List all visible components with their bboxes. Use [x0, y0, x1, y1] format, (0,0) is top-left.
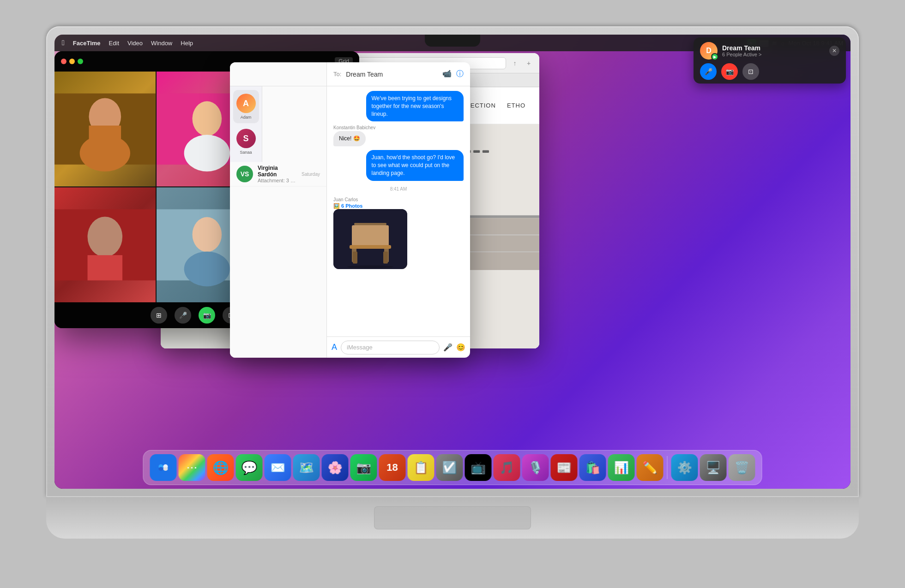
msg-bubble-2: Nice! 🤩: [333, 131, 366, 146]
messages-body: We've been trying to get designs togethe…: [327, 86, 470, 336]
sidebar-item-adam[interactable]: A Adam: [233, 90, 259, 123]
shareplay-notification: D ▶ Dream Team 6 People Active > ✕ 🎤 📷 ⊡: [694, 37, 846, 84]
shareplay-controls: 🎤 📷 ⊡: [700, 63, 839, 80]
avatar-icon: D: [706, 47, 712, 55]
messages-icon: 💬: [241, 460, 257, 475]
maps-icon: 🗺️: [299, 461, 314, 475]
conv-name-1: Virginia Sardón: [258, 165, 297, 178]
svg-rect-47: [350, 245, 391, 249]
dock-photos[interactable]: 🌸: [322, 454, 349, 481]
conv-time-1: Saturday: [302, 172, 320, 177]
trash-icon: 🗑️: [735, 461, 749, 475]
conversations-header: [230, 62, 326, 86]
dock-pages[interactable]: ✏️: [637, 454, 664, 481]
msg-bubble-3: Juan, how'd the shoot go? I'd love to se…: [366, 150, 464, 180]
dock-appstore[interactable]: 🛍️: [579, 454, 606, 481]
msg-row-2: Konstantin Babichev Nice! 🤩: [333, 125, 464, 146]
dock-messages[interactable]: 💬: [236, 454, 263, 481]
dock-news[interactable]: 📰: [551, 454, 578, 481]
menu-window[interactable]: Window: [151, 40, 172, 47]
dock-maps[interactable]: 🗺️: [293, 454, 320, 481]
calendar-icon: 18: [386, 462, 398, 474]
safari-icon: 🌐: [212, 460, 229, 475]
dock-launchpad[interactable]: ⋯: [179, 454, 205, 481]
svg-rect-11: [483, 150, 489, 153]
svg-rect-46: [383, 252, 388, 264]
svg-point-53: [163, 467, 168, 471]
photos-icon: 🌸: [328, 461, 343, 475]
dock-tv[interactable]: 📺: [465, 454, 492, 481]
messages-recipient: Dream Team: [346, 71, 383, 78]
mute-button[interactable]: 🎤: [175, 307, 191, 324]
dock-notes[interactable]: 📋: [408, 454, 434, 481]
screen-content:  FaceTime Edit Video Window Help ▶ ▓▓ ≋…: [54, 35, 851, 489]
message-input[interactable]: iMessage: [341, 341, 440, 354]
chair-image: [333, 209, 407, 269]
dock-system-prefs[interactable]: ⚙️: [671, 454, 698, 481]
info-icon[interactable]: ⓘ: [456, 69, 464, 79]
conv-info-1: Virginia Sardón Attachment: 3 Images: [258, 165, 297, 183]
sidebar-item-sanaa[interactable]: S Sanaa: [233, 125, 259, 158]
trackpad[interactable]: [374, 506, 531, 529]
dock-reminders[interactable]: ☑️: [436, 454, 463, 481]
shareplay-top: D ▶ Dream Team 6 People Active > ✕: [700, 42, 839, 60]
podcasts-icon: 🎙️: [528, 461, 543, 475]
dock-safari[interactable]: 🌐: [207, 454, 234, 481]
share-button[interactable]: ↑: [510, 58, 520, 68]
photos-count: 6 Photos: [341, 203, 362, 209]
dock-calendar[interactable]: 18: [379, 454, 406, 481]
menu-help[interactable]: Help: [181, 40, 193, 47]
messages-window: A Adam S Sanaa VS: [230, 62, 470, 358]
list-item-1[interactable]: VS Virginia Sardón Attachment: 3 Images …: [230, 162, 326, 186]
news-icon: 📰: [557, 461, 572, 475]
sidebar-name-adam: Adam: [241, 115, 252, 120]
msg-time-1: 8:41 AM: [333, 186, 464, 192]
conversations-area: A Adam S Sanaa VS: [230, 62, 327, 358]
facetime-icon: 📷: [356, 461, 371, 475]
ft-minimize-dot[interactable]: [69, 59, 75, 64]
dock-facetime[interactable]: 📷: [350, 454, 377, 481]
messages-header-icons: 📹 ⓘ: [442, 69, 464, 79]
add-tab-button[interactable]: +: [524, 58, 534, 68]
dock-trash[interactable]: 🗑️: [729, 454, 755, 481]
shareplay-mic-button[interactable]: 🎤: [700, 63, 717, 80]
dock-podcasts[interactable]: 🎙️: [522, 454, 549, 481]
apps-icon[interactable]: A: [332, 342, 337, 352]
ft-maximize-dot[interactable]: [78, 59, 83, 64]
grid-view-button[interactable]: ⊞: [151, 307, 167, 324]
svg-point-48: [347, 265, 393, 268]
menu-edit[interactable]: Edit: [109, 40, 119, 47]
shareplay-screen-button[interactable]: ⊡: [742, 63, 759, 80]
svg-point-52: [159, 467, 163, 471]
menu-video[interactable]: Video: [127, 40, 143, 47]
conv-avatar-1: VS: [236, 166, 253, 182]
nav-etho[interactable]: ETHO: [507, 102, 525, 109]
photo-icon: 🖼️: [333, 203, 340, 209]
dock-finder[interactable]: [150, 454, 177, 481]
svg-point-49: [155, 459, 172, 476]
camera-button[interactable]: 📷: [199, 307, 215, 324]
shareplay-close-button[interactable]: ✕: [829, 46, 839, 56]
dock-numbers[interactable]: 📊: [608, 454, 635, 481]
ft-close-dot[interactable]: [61, 59, 66, 64]
shareplay-name: Dream Team: [722, 44, 825, 52]
participant-tile-4: [54, 187, 156, 302]
screen-bezel:  FaceTime Edit Video Window Help ▶ ▓▓ ≋…: [54, 35, 851, 489]
svg-rect-10: [473, 150, 480, 153]
msg-sender-photos: Juan Carlos: [333, 197, 358, 202]
emoji-icon[interactable]: 😊: [456, 343, 465, 352]
avatar-adam: A: [236, 94, 256, 113]
dock-mail[interactable]: ✉️: [265, 454, 291, 481]
messages-input-bar: A iMessage 🎤 😊: [327, 336, 470, 358]
video-call-icon[interactable]: 📹: [442, 69, 452, 79]
dock-music[interactable]: 🎵: [494, 454, 520, 481]
shareplay-video-button[interactable]: 📷: [721, 63, 738, 80]
msg-row-photos: Juan Carlos 🖼️ 6 Photos: [333, 197, 464, 269]
audio-icon[interactable]: 🎤: [443, 343, 452, 352]
notes-icon: 📋: [414, 461, 428, 475]
photo-attachment[interactable]: [333, 209, 407, 269]
msg-row-1: We've been trying to get designs togethe…: [333, 91, 464, 121]
dock-screen-saver[interactable]: 🖥️: [700, 454, 727, 481]
menu-app-name[interactable]: FaceTime: [73, 40, 101, 47]
reminders-icon: ☑️: [442, 461, 457, 475]
